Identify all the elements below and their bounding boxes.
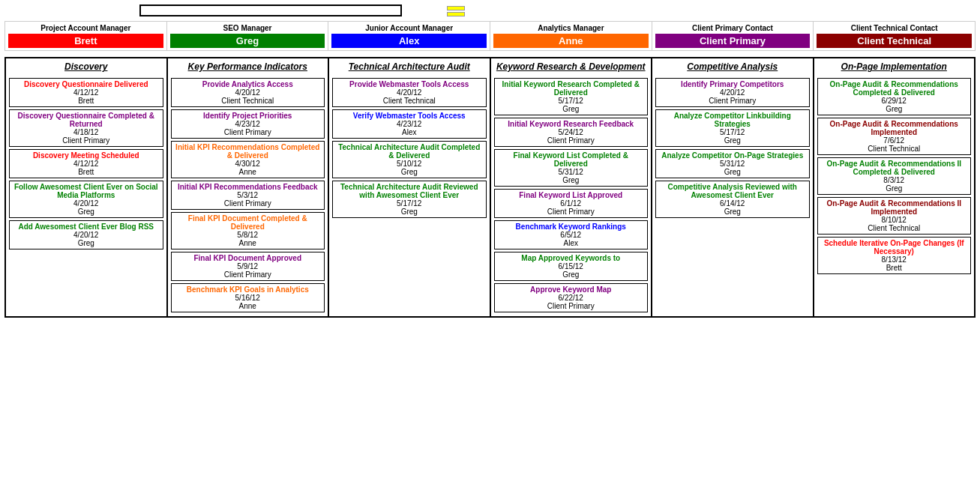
task-card: Analyze Competitor Linkbuilding Strategi… <box>655 109 810 147</box>
task-card: Final KPI Document Approved5/9/12Client … <box>171 252 325 281</box>
task-owner: Greg <box>658 208 807 216</box>
task-card: Map Approved Keywords to6/15/12Greg <box>494 252 649 281</box>
role-cell-1: SEO ManagerGreg <box>167 22 329 50</box>
role-name: Client Technical <box>817 34 972 48</box>
task-title: Discovery Questionnaire Delivered <box>12 80 160 88</box>
task-title: Follow Awesomest Client Ever on Social M… <box>12 183 160 199</box>
task-date: 5/17/12 <box>497 97 646 105</box>
task-owner: Client Primary <box>658 97 807 105</box>
task-date: 4/20/12 <box>12 231 160 239</box>
task-card: Final KPI Document Completed & Delivered… <box>171 212 325 249</box>
task-owner: Client Primary <box>174 270 322 279</box>
role-name: Greg <box>170 34 325 48</box>
task-owner: Brett <box>820 264 969 272</box>
task-date: 6/1/12 <box>497 199 646 208</box>
task-date: 4/20/12 <box>335 88 484 97</box>
task-card: Provide Analytics Access4/20/12Client Te… <box>171 78 325 107</box>
task-owner: Brett <box>12 97 160 105</box>
task-owner: Client Primary <box>12 136 160 145</box>
task-title: Initial Keyword Research Completed & Del… <box>497 80 646 97</box>
task-title: Schedule Iterative On-Page Changes (If N… <box>820 239 969 255</box>
task-card: On-Page Audit & Recommendations II Compl… <box>817 157 972 195</box>
task-owner: Anne <box>174 302 322 310</box>
task-card: Final Keyword List Approved6/1/12Client … <box>494 189 649 218</box>
task-date: 5/3/12 <box>174 191 322 199</box>
task-card: Benchmark Keyword Rankings6/5/12Alex <box>494 220 649 249</box>
task-date: 4/23/12 <box>174 120 322 128</box>
task-title: On-Page Audit & Recommendations Implemen… <box>820 120 969 136</box>
column-3: Keyword Research & DevelopmentInitial Ke… <box>491 58 653 318</box>
task-card: Identify Project Priorities4/23/12Client… <box>171 109 325 139</box>
task-owner: Anne <box>174 239 322 247</box>
task-date: 4/20/12 <box>174 88 322 97</box>
column-header: Competitive Analysis <box>655 61 810 73</box>
task-card: Analyze Competitor On-Page Strategies5/3… <box>655 149 810 178</box>
task-date: 5/10/12 <box>335 160 484 168</box>
task-card: Add Awesomest Client Ever Blog RSS4/20/1… <box>9 220 163 249</box>
task-owner: Greg <box>335 208 484 216</box>
task-date: 6/5/12 <box>497 231 646 239</box>
task-card: Verify Webmaster Tools Access4/23/12Alex <box>332 109 487 139</box>
task-card: Initial KPI Recommendations Feedback5/3/… <box>171 181 325 210</box>
task-date: 6/29/12 <box>820 97 969 105</box>
role-title: SEO Manager <box>170 24 325 32</box>
task-owner: Alex <box>497 239 646 247</box>
column-4: Competitive AnalysisIdentify Primary Com… <box>652 58 814 318</box>
task-owner: Client Technical <box>820 224 969 232</box>
role-cell-4: Client Primary ContactClient Primary <box>652 22 814 50</box>
roles-row: Project Account ManagerBrettSEO ManagerG… <box>4 21 976 51</box>
task-title: Provide Analytics Access <box>174 80 322 88</box>
column-0: DiscoveryDiscovery Questionnaire Deliver… <box>6 58 168 318</box>
task-owner: Client Technical <box>820 145 969 153</box>
task-title: Final Keyword List Completed & Delivered <box>497 151 646 168</box>
task-title: Initial Keyword Research Feedback <box>497 120 646 128</box>
task-title: Approve Keyword Map <box>497 285 646 294</box>
task-date: 5/31/12 <box>497 168 646 176</box>
task-owner: Greg <box>658 168 807 176</box>
task-card: On-Page Audit & Recommendations Complete… <box>817 78 972 115</box>
task-owner: Client Technical <box>174 97 322 105</box>
task-date: 6/14/12 <box>658 199 807 208</box>
task-owner: Greg <box>820 184 969 193</box>
task-title: Identify Project Priorities <box>174 112 322 120</box>
column-1: Key Performance IndicatorsProvide Analyt… <box>168 58 330 318</box>
task-date: 6/22/12 <box>497 294 646 302</box>
task-card: Initial Keyword Research Completed & Del… <box>494 78 649 115</box>
task-owner: Greg <box>497 105 646 113</box>
task-date: 5/9/12 <box>174 262 322 270</box>
task-date: 4/12/12 <box>12 160 160 168</box>
task-date: 4/23/12 <box>335 120 484 128</box>
task-card: Final Keyword List Completed & Delivered… <box>494 149 649 187</box>
task-owner: Client Primary <box>174 128 322 136</box>
task-owner: Greg <box>12 208 160 216</box>
task-title: Initial KPI Recommendations Completed & … <box>174 143 322 160</box>
task-title: On-Page Audit & Recommendations II Imple… <box>820 199 969 216</box>
task-owner: Brett <box>12 168 160 176</box>
role-cell-5: Client Technical ContactClient Technical <box>814 22 975 50</box>
task-card: Technical Architecture Audit Reviewed wi… <box>332 181 487 218</box>
task-date: 5/17/12 <box>658 128 807 136</box>
task-card: Follow Awesomest Client Ever on Social M… <box>9 181 163 218</box>
task-date: 4/12/12 <box>12 88 160 97</box>
task-date: 5/16/12 <box>174 294 322 302</box>
role-title: Junior Account Manager <box>331 24 487 32</box>
task-date: 4/20/12 <box>12 199 160 208</box>
role-title: Project Account Manager <box>8 24 163 32</box>
task-date: 8/13/12 <box>820 255 969 264</box>
task-owner: Client Primary <box>174 199 322 208</box>
task-date: 5/8/12 <box>174 231 322 239</box>
task-card: Identify Primary Competitors4/20/12Clien… <box>655 78 810 107</box>
page-title <box>139 4 402 16</box>
task-owner: Greg <box>820 105 969 113</box>
task-title: Final KPI Document Approved <box>174 254 322 262</box>
task-date: 4/30/12 <box>174 160 322 168</box>
task-title: Verify Webmaster Tools Access <box>335 112 484 120</box>
role-title: Client Technical Contact <box>817 24 972 32</box>
task-title: Benchmark KPI Goals in Analytics <box>174 285 322 294</box>
task-date: 7/6/12 <box>820 136 969 145</box>
task-owner: Greg <box>497 176 646 184</box>
task-owner: Client Technical <box>335 97 484 105</box>
task-owner: Client Primary <box>497 208 646 216</box>
task-card: Initial KPI Recommendations Completed & … <box>171 141 325 178</box>
role-cell-0: Project Account ManagerBrett <box>5 22 167 50</box>
